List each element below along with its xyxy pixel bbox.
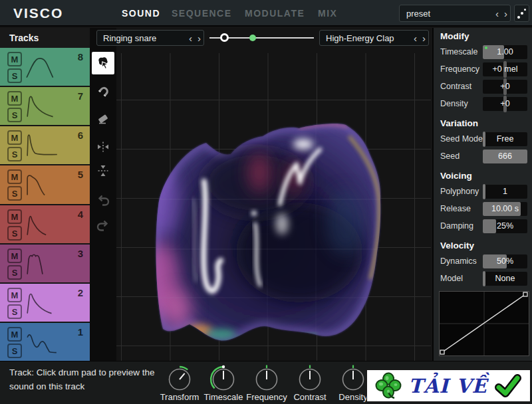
section-variation: Variation <box>440 118 478 128</box>
knob-timescale[interactable]: Timescale <box>200 363 247 402</box>
frequency-value-slider[interactable]: +0 mel <box>483 62 527 76</box>
solo-button[interactable]: S <box>7 108 22 122</box>
param-model: Model None <box>440 272 528 286</box>
dynamics-value-slider[interactable]: 50% <box>483 254 527 268</box>
source-b-value: High-Energy Clap <box>320 33 411 43</box>
download-overlay-banner[interactable]: TẢI VỀ <box>366 369 531 402</box>
redo-icon <box>95 218 111 234</box>
redo-button[interactable] <box>92 215 114 237</box>
envelope-thumbnail <box>25 94 60 118</box>
solo-button[interactable]: S <box>7 68 22 83</box>
mirror-horizontal-tool-button[interactable] <box>92 136 114 158</box>
mute-button[interactable]: M <box>7 52 22 66</box>
mirror-horizontal-icon <box>96 140 110 153</box>
solo-button[interactable]: S <box>7 226 22 241</box>
knob-contrast[interactable]: Contrast <box>287 363 333 402</box>
knob-dial <box>295 363 325 393</box>
chevron-right-icon[interactable]: › <box>501 9 510 19</box>
track-row-4[interactable]: M S 4 <box>0 205 90 243</box>
randomize-button[interactable] <box>514 5 529 22</box>
knob-frequency[interactable]: Frequency <box>243 363 290 402</box>
tab-mix[interactable]: MIX <box>318 8 337 19</box>
track-row-5[interactable]: M S 5 <box>0 165 90 203</box>
track-row-6[interactable]: M S 6 <box>0 126 90 164</box>
solo-button[interactable]: S <box>7 265 22 280</box>
mute-button[interactable]: M <box>7 130 22 145</box>
magnet-tool-button[interactable] <box>92 81 114 104</box>
chevron-right-icon[interactable]: › <box>195 33 203 43</box>
track-number: 7 <box>78 90 83 102</box>
density-value-slider[interactable]: +0 <box>483 97 527 111</box>
envelope-thumbnail <box>25 173 60 197</box>
track-row-8[interactable]: M S 8 <box>0 48 90 86</box>
mute-button[interactable]: M <box>7 209 22 224</box>
param-frequency: Frequency +0 mel <box>440 62 528 76</box>
solo-button[interactable]: S <box>7 186 22 201</box>
transform-tool-button[interactable] <box>92 52 114 74</box>
timescale-value-slider[interactable]: 1.00 <box>483 45 527 59</box>
track-number: 6 <box>78 130 83 141</box>
envelope-thumbnail <box>25 213 60 237</box>
mute-button[interactable]: M <box>7 327 22 342</box>
tab-sequence[interactable]: SEQUENCE <box>172 8 232 19</box>
source-a-selector[interactable]: Ringing snare ‹ › <box>96 30 204 46</box>
release-value-slider[interactable]: 10.00 s <box>483 202 527 216</box>
track-number: 4 <box>78 209 83 220</box>
morph-slider[interactable] <box>209 30 314 46</box>
tracks-header: Tracks <box>0 28 90 48</box>
param-density: Density +0 <box>440 97 528 111</box>
morph-slider-green-handle[interactable] <box>249 35 256 41</box>
track-row-3[interactable]: M S 3 <box>0 245 90 282</box>
source-a-value: Ringing snare <box>97 33 186 43</box>
blob-transform-icon <box>96 56 110 70</box>
envelope-thumbnail <box>25 291 60 315</box>
seed-value-field[interactable]: 666 <box>483 150 527 163</box>
param-timescale: Timescale 1.00 <box>440 45 528 59</box>
knob-dial <box>252 363 281 393</box>
chevron-right-icon[interactable]: › <box>420 33 428 43</box>
damping-value-slider[interactable]: 25% <box>483 219 527 233</box>
param-dynamics: Dynamics 50% <box>440 254 528 268</box>
chevron-left-icon[interactable]: ‹ <box>411 33 420 43</box>
dice-dot-icon <box>517 16 520 19</box>
solo-button[interactable]: S <box>7 344 22 358</box>
solo-button[interactable]: S <box>7 147 22 161</box>
track-row-1[interactable]: M S 1 <box>0 323 90 361</box>
morph-slider-open-handle[interactable] <box>220 33 229 42</box>
velocity-curve-graph[interactable] <box>439 291 529 356</box>
mute-button[interactable]: M <box>7 91 22 106</box>
source-b-selector[interactable]: High-Energy Clap ‹ › <box>319 30 429 46</box>
eraser-tool-button[interactable] <box>92 108 114 130</box>
knob-dial <box>338 363 368 393</box>
app-logo: VISCO <box>13 5 63 21</box>
track-row-7[interactable]: M S 7 <box>0 87 90 125</box>
tab-modulate[interactable]: MODULATE <box>245 8 305 19</box>
param-release: Release 10.00 s <box>440 202 528 216</box>
chevron-left-icon[interactable]: ‹ <box>186 33 195 43</box>
knob-dial <box>209 363 238 393</box>
param-contrast: Contrast +0 <box>440 80 528 94</box>
undo-button[interactable] <box>92 189 114 212</box>
model-selector[interactable]: None <box>483 272 527 286</box>
tool-column <box>90 28 116 361</box>
preset-selector-value: preset <box>400 9 493 19</box>
polyphony-value-slider[interactable]: 1 <box>483 185 527 199</box>
param-seed-mode: Seed Mode Free <box>440 132 528 146</box>
mute-button[interactable]: M <box>7 288 22 302</box>
track-row-2-selected[interactable]: M S 2 <box>0 284 90 322</box>
eraser-icon <box>96 112 110 126</box>
tab-sound[interactable]: SOUND <box>122 8 160 19</box>
track-number: 2 <box>78 287 83 298</box>
chevron-left-icon[interactable]: ‹ <box>493 9 501 19</box>
spectral-canvas[interactable] <box>116 53 431 361</box>
contrast-value-slider[interactable]: +0 <box>483 80 527 94</box>
solo-button[interactable]: S <box>7 304 22 319</box>
seed-mode-selector[interactable]: Free <box>483 132 527 146</box>
mirror-vertical-tool-button[interactable] <box>92 159 114 182</box>
download-label: TẢI VỀ <box>408 375 487 397</box>
preset-selector[interactable]: preset ‹ › <box>399 5 511 22</box>
mute-button[interactable]: M <box>7 249 22 263</box>
mute-button[interactable]: M <box>7 169 22 184</box>
param-damping: Damping 25% <box>440 219 528 233</box>
knob-transform[interactable]: Transform <box>156 363 203 402</box>
